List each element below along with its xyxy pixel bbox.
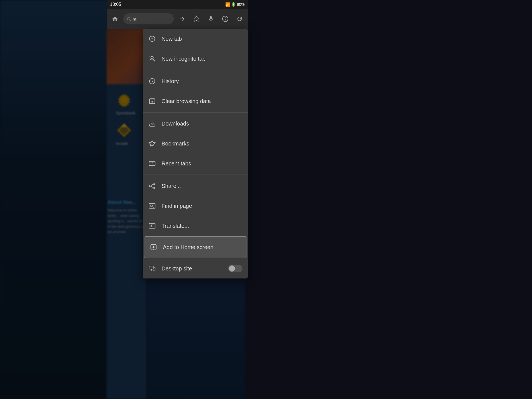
browser-toolbar: m...	[107, 9, 248, 29]
recent-tabs-label: Recent tabs	[162, 160, 191, 167]
incognito-icon	[148, 55, 156, 63]
menu-overlay[interactable]	[0, 0, 532, 399]
add-home-label: Add to Home screen	[163, 244, 213, 250]
svg-marker-17	[149, 140, 155, 146]
svg-point-0	[127, 17, 130, 20]
svg-point-27	[151, 205, 153, 207]
downloads-label: Downloads	[162, 121, 189, 127]
svg-line-1	[130, 20, 131, 21]
menu-item-history[interactable]: History	[143, 71, 248, 91]
svg-point-23	[153, 187, 155, 189]
share-icon	[148, 182, 156, 190]
svg-rect-29	[149, 223, 155, 228]
svg-point-22	[149, 185, 151, 187]
menu-item-desktop-site[interactable]: Desktop site	[143, 259, 248, 278]
clear-label: Clear browsing data	[162, 98, 211, 104]
desktop-site-label: Desktop site	[162, 265, 192, 272]
svg-marker-2	[194, 16, 199, 21]
menu-item-share[interactable]: Share...	[143, 176, 248, 196]
menu-item-find[interactable]: Find in page	[143, 196, 248, 216]
svg-rect-12	[149, 99, 155, 103]
chrome-menu: New tab New incognito tab History	[143, 29, 248, 278]
menu-item-incognito[interactable]: New incognito tab	[143, 49, 248, 69]
svg-point-9	[151, 56, 154, 59]
menu-item-bookmarks[interactable]: Bookmarks	[143, 134, 248, 154]
menu-item-translate[interactable]: Translate...	[143, 216, 248, 236]
translate-icon	[148, 222, 156, 230]
add-home-icon	[150, 243, 157, 251]
menu-item-clear[interactable]: Clear browsing data	[143, 91, 248, 111]
status-icons: 📶 🔋 80%	[225, 2, 245, 7]
svg-point-21	[153, 183, 155, 185]
svg-line-10	[149, 56, 155, 62]
svg-line-25	[151, 184, 153, 185]
url-text: m...	[133, 17, 140, 21]
forward-button[interactable]	[176, 13, 188, 25]
recent-tabs-icon	[148, 160, 156, 167]
desktop-site-toggle[interactable]	[228, 265, 242, 272]
home-button[interactable]	[109, 13, 121, 25]
history-label: History	[162, 78, 179, 85]
divider-1	[143, 70, 248, 70]
menu-item-downloads[interactable]: Downloads	[143, 114, 248, 134]
new-tab-icon	[148, 35, 156, 43]
svg-point-19	[152, 163, 152, 163]
svg-line-28	[152, 207, 154, 208]
menu-item-new-tab[interactable]: New tab	[143, 29, 248, 49]
new-tab-label: New tab	[162, 36, 182, 42]
translate-label: Translate...	[162, 223, 189, 229]
signal-icon: 📶	[225, 2, 230, 7]
clear-icon	[148, 97, 156, 105]
find-icon	[148, 202, 156, 210]
divider-2	[143, 112, 248, 112]
share-label: Share...	[162, 183, 181, 189]
desktop-icon	[148, 265, 156, 272]
mic-button[interactable]	[205, 13, 217, 25]
bookmark-button[interactable]	[190, 13, 203, 25]
svg-rect-32	[149, 266, 153, 269]
downloads-icon	[148, 120, 156, 127]
menu-item-recent-tabs[interactable]: Recent tabs	[143, 154, 248, 173]
url-bar[interactable]: m...	[123, 13, 174, 24]
status-time: 13:05	[110, 2, 121, 7]
status-bar: 13:05 📶 🔋 80%	[107, 0, 248, 9]
svg-line-24	[151, 186, 153, 188]
history-icon	[148, 77, 156, 85]
menu-item-add-home[interactable]: Add to Home screen	[144, 236, 247, 258]
bookmarks-icon	[148, 140, 156, 147]
refresh-button[interactable]	[234, 13, 246, 25]
svg-rect-26	[149, 203, 155, 208]
bookmarks-label: Bookmarks	[162, 140, 189, 147]
find-label: Find in page	[162, 203, 192, 209]
battery-icon: 🔋 80%	[231, 2, 245, 7]
info-button[interactable]	[219, 13, 231, 25]
divider-3	[143, 175, 248, 175]
incognito-label: New incognito tab	[162, 56, 206, 62]
